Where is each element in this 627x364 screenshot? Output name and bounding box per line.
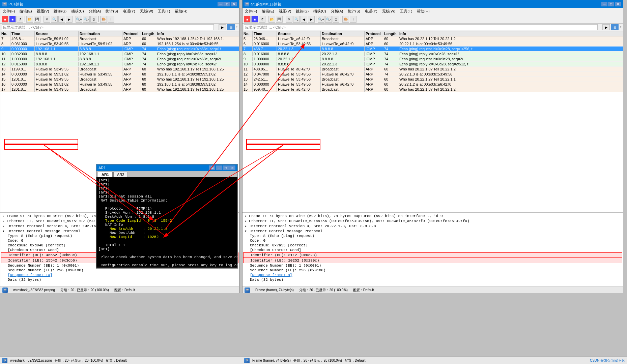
right-filter-input[interactable] — [244, 24, 598, 30]
right-detail-row-7[interactable]: [Checksum Status: Good] — [243, 248, 622, 252]
left-packet-row-14[interactable]: 14 0.000000 HuaweiTe_59:51:02 HuaweiTe_5… — [0, 72, 239, 77]
right-packet-row-8[interactable]: 8 0.016000 8.8.8.8 20.22.1.3 ICMP 74 Ech… — [243, 52, 623, 57]
left-menu-file[interactable]: 文件(F) — [2, 8, 16, 14]
right-detail-row-0[interactable]: Frame 7: 74 bytes on wire (592 bits), 74… — [243, 213, 622, 218]
terminal-close-button[interactable]: ✕ — [229, 165, 235, 170]
terminal-maximize-button[interactable]: □ — [223, 165, 229, 170]
right-tb-zoom-reset[interactable]: ⊙ — [333, 16, 339, 23]
left-close-button[interactable]: ✕ — [231, 2, 237, 6]
right-menu-tools[interactable]: 工具(T) — [399, 8, 413, 14]
right-maximize-button[interactable]: □ — [608, 2, 614, 6]
left-filter-input[interactable] — [2, 24, 214, 30]
left-tb-layout[interactable]: ⋮ — [108, 16, 114, 23]
left-packet-row-8[interactable]: 8 0.031000 HuaweiTe_53:49:55 HuaweiTe_59… — [0, 41, 239, 47]
right-packet-row-13[interactable]: 13 242.51... HuaweiTe_53:49:56 Broadcast… — [243, 77, 623, 82]
right-packet-row-6[interactable]: 6 0.016000 HuaweiTe_53:49:56 HuaweiTe_a6… — [243, 41, 623, 47]
right-tb-close[interactable]: ✕ — [286, 16, 292, 23]
right-menu-view[interactable]: 视图(V) — [278, 8, 292, 14]
left-packet-row-9[interactable]: 9 0.000000 192.168.1.1 8.8.8.8 ICMP 74 E… — [0, 47, 239, 52]
right-close-button[interactable]: ✕ — [615, 2, 621, 6]
left-menu-go[interactable]: 跳转(G) — [53, 8, 67, 14]
right-detail-row-4[interactable]: Type: 8 (Echo (ping) request) — [243, 234, 622, 238]
right-menu-file[interactable]: 文件(F) — [244, 8, 258, 14]
left-tb-zoom-out[interactable]: 🔍- — [83, 16, 90, 23]
right-tb-zoom-in[interactable]: 🔍+ — [318, 16, 324, 23]
right-detail-row-9[interactable]: Identifier (LE): 10252 (0x280c) — [243, 258, 622, 263]
right-detail-row-13[interactable]: Data (32 bytes) — [243, 277, 622, 282]
terminal-tab-ar2[interactable]: AR2 — [113, 172, 128, 177]
left-minimize-button[interactable]: ─ — [218, 2, 224, 6]
right-packet-row-14[interactable]: 14 0.000000 HuaweiTe_53:49:56 HuaweiTe_a… — [243, 82, 623, 87]
left-menu-capture[interactable]: 捕获(C) — [70, 8, 85, 14]
left-tb-find[interactable]: 🔍 — [51, 16, 58, 23]
right-tb-color[interactable]: 🎨 — [342, 16, 349, 23]
left-filter-bookmark[interactable]: ⊞ — [227, 24, 235, 30]
left-packet-row-17[interactable]: 17 1201.8... HuaweiTe_53:49:55 Broadcast… — [0, 87, 239, 92]
left-menu-phone[interactable]: 电话(Y) — [122, 8, 136, 14]
right-minimize-button[interactable]: ─ — [601, 2, 607, 6]
right-tb-save[interactable]: 💾 — [276, 16, 283, 23]
right-menu-phone[interactable]: 电话(Y) — [364, 8, 378, 14]
left-packet-row-10[interactable]: 10 0.032000 8.8.8.8 192.168.1.1 ICMP 74 … — [0, 52, 239, 57]
right-packet-row-9[interactable]: 9 1.000000 20.22.1.3 8.8.8.8 ICMP 74 Ech… — [243, 57, 623, 62]
right-packet-row-11[interactable]: 11 488.95... HuaweiTe_a6:42:f0 Broadcast… — [243, 67, 623, 72]
right-tb-fwd[interactable]: ▶ — [308, 16, 315, 23]
left-tb-zoom-reset[interactable]: ⊙ — [90, 16, 97, 23]
right-tb-start[interactable]: ■ — [244, 16, 251, 23]
left-filter-apply[interactable]: ▶ — [219, 24, 226, 30]
left-menu-wireless[interactable]: 无线(W) — [139, 8, 154, 14]
left-packet-row-16[interactable]: 16 0.000000 HuaweiTe_59:51:02 HuaweiTe_5… — [0, 82, 239, 87]
left-packet-row-7[interactable]: 7 496.8... HuaweiTe_59:51:02 Broadcast A… — [0, 36, 239, 41]
right-detail-row-2[interactable]: Internet Protocol Version 4, Src: 20.22.… — [243, 223, 622, 229]
right-packet-row-5[interactable]: 5 28.046... HuaweiTe_a6:42:f0 Broadcast … — [243, 36, 623, 41]
right-packet-row-7[interactable]: 7 468.7... 20.22.1.3 8.8.8.8 ICMP 74 Ech… — [243, 47, 623, 52]
left-tb-back[interactable]: ◀ — [58, 16, 65, 23]
detail-link[interactable]: [Response frame: 10] — [8, 273, 52, 277]
left-detail-row-12[interactable]: [Response frame: 10] — [1, 273, 238, 277]
left-tb-fwd[interactable]: ▶ — [66, 16, 73, 23]
left-tb-color[interactable]: 🎨 — [100, 16, 107, 23]
right-tb-zoom-out[interactable]: 🔍- — [325, 16, 332, 23]
left-menu-analyze[interactable]: 分析(A) — [88, 8, 102, 14]
right-menu-analyze[interactable]: 分析(A) — [330, 8, 344, 14]
terminal-content[interactable]: [ar1] [ar1] [ar1] [ar1] [ar1]dis nat ses… — [96, 177, 237, 267]
right-detail-row-10[interactable]: Sequence Number (BE): 1 (0x0001) — [243, 263, 622, 268]
right-detail-row-11[interactable]: Sequence Number (LE): 256 (0x0100) — [243, 268, 622, 273]
left-tb-save[interactable]: 💾 — [34, 16, 40, 23]
left-detail-row-13[interactable]: Data (32 bytes) — [1, 277, 238, 282]
right-filter-bookmark[interactable]: ⊞ — [611, 24, 619, 30]
terminal-tab-ar1[interactable]: AR1 — [98, 172, 113, 177]
right-detail-row-1[interactable]: Ethernet II, Src: HuaweiTe_53:49:56 (00:… — [243, 218, 622, 223]
right-tb-stop[interactable]: ■ — [251, 16, 258, 23]
left-tb-stop[interactable]: ■ — [9, 16, 16, 23]
right-detail-row-12[interactable]: [Response frame: 8] — [243, 273, 622, 277]
left-menu-edit[interactable]: 编辑(E) — [19, 8, 33, 14]
right-detail-row-3[interactable]: Internet Control Message Protocol — [243, 229, 622, 234]
right-filter-apply[interactable]: ▶ — [602, 24, 610, 30]
terminal-minimize-button[interactable]: ─ — [216, 165, 222, 170]
right-packet-row-10[interactable]: 10 0.000000 8.8.8.8 20.22.1.3 ICMP 74 Ec… — [243, 62, 623, 67]
right-menu-wireless[interactable]: 无线(W) — [381, 8, 397, 14]
left-packet-row-13[interactable]: 13 1199.8... HuaweiTe_53:49:55 Broadcast… — [0, 67, 239, 72]
right-tb-restart[interactable]: ↺ — [259, 16, 265, 23]
left-menu-tools[interactable]: 工具(T) — [157, 8, 171, 14]
right-detail-row-8[interactable]: Identifier (BE): 3112 (0x0c28) — [243, 252, 622, 258]
right-detail-row-5[interactable]: Code: 0 — [243, 238, 622, 243]
right-tb-back[interactable]: ◀ — [301, 16, 307, 23]
left-packet-row-15[interactable]: 15 1201.8... HuaweiTe_53:49:55 Broadcast… — [0, 77, 239, 82]
left-menu-help[interactable]: 帮助(H) — [174, 8, 188, 14]
left-detail-row-11[interactable]: Sequence Number (LE): 256 (0x0100) — [1, 268, 238, 273]
right-tb-layout[interactable]: ⋮ — [350, 16, 357, 23]
left-tb-zoom-in[interactable]: 🔍+ — [76, 16, 82, 23]
right-packet-row-15[interactable]: 15 959.40... HuaweiTe_a6:42:f0 Broadcast… — [243, 87, 623, 92]
right-menu-edit[interactable]: 编辑(E) — [261, 8, 275, 14]
left-menu-stats[interactable]: 统计(S) — [105, 8, 119, 14]
right-menu-stats[interactable]: 统计(S) — [347, 8, 361, 14]
left-maximize-button[interactable]: □ — [224, 2, 230, 6]
left-packet-row-12[interactable]: 12 0.015000 8.8.8.8 192.168.1.1 ICMP 74 … — [0, 62, 239, 67]
right-menu-go[interactable]: 跳转(G) — [295, 8, 310, 14]
right-packet-row-12[interactable]: 12 0.047000 HuaweiTe_53:49:56 HuaweiTe_a… — [243, 72, 623, 77]
left-packet-row-11[interactable]: 11 1.000000 192.168.1.1 8.8.8.8 ICMP 74 … — [0, 57, 239, 62]
right-menu-help[interactable]: 帮助(H) — [416, 8, 430, 14]
terminal-restore-button[interactable]: ⧉ — [209, 165, 215, 170]
